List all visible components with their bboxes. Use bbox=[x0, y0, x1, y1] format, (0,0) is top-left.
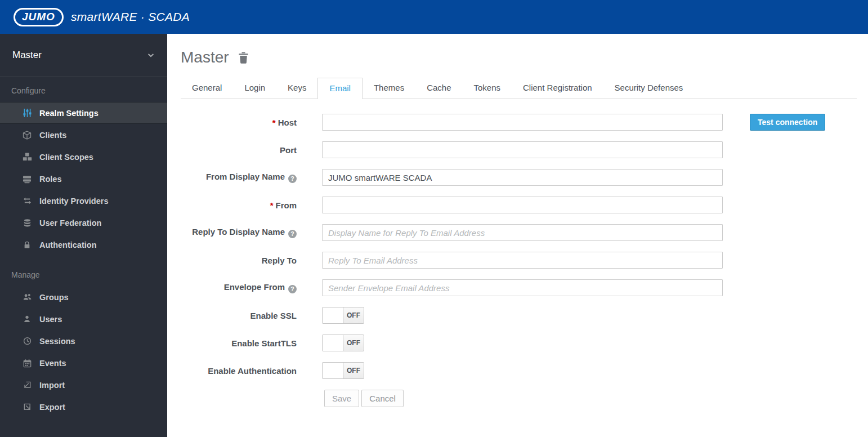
group-icon bbox=[21, 293, 33, 301]
host-label: *Host bbox=[181, 118, 297, 127]
form-row-host: *Host Test connection bbox=[167, 114, 868, 131]
toggle-handle bbox=[323, 335, 343, 351]
sidebar-item-label: Roles bbox=[39, 175, 62, 184]
list-icon bbox=[21, 175, 33, 184]
tab-security-defenses[interactable]: Security Defenses bbox=[603, 78, 695, 99]
sidebar-item-label: Sessions bbox=[39, 337, 75, 346]
help-icon[interactable]: ? bbox=[288, 230, 297, 238]
form-row-reply-to: Reply To bbox=[167, 252, 868, 269]
enable-ssl-toggle[interactable]: OFF bbox=[322, 307, 364, 324]
from-display-name-label: From Display Name? bbox=[181, 172, 297, 183]
tab-themes[interactable]: Themes bbox=[363, 78, 415, 99]
toggle-handle bbox=[323, 363, 343, 378]
from-input[interactable] bbox=[322, 197, 723, 213]
exchange-arrows-icon bbox=[21, 197, 33, 205]
tab-keys[interactable]: Keys bbox=[276, 78, 317, 99]
jumo-logo: JUMO bbox=[14, 8, 64, 26]
help-icon[interactable]: ? bbox=[288, 285, 297, 293]
sidebar-item-clients[interactable]: Clients bbox=[0, 124, 167, 146]
toggle-state-label: OFF bbox=[343, 335, 364, 351]
sidebar-item-groups[interactable]: Groups bbox=[0, 286, 167, 308]
chevron-down-icon bbox=[147, 51, 155, 59]
reply-to-label: Reply To bbox=[181, 256, 297, 265]
sidebar-item-label: Client Scopes bbox=[39, 153, 93, 162]
tab-login[interactable]: Login bbox=[233, 78, 276, 99]
tab-bar: General Login Keys Email Themes Cache To… bbox=[181, 78, 857, 99]
sidebar-item-label: Groups bbox=[39, 293, 69, 302]
envelope-from-input[interactable] bbox=[322, 279, 723, 296]
from-display-name-input[interactable] bbox=[322, 169, 723, 186]
page-title: Master bbox=[181, 48, 868, 66]
enable-authentication-toggle[interactable]: OFF bbox=[322, 362, 364, 379]
sidebar-item-client-scopes[interactable]: Client Scopes bbox=[0, 146, 167, 168]
cubes-icon bbox=[21, 152, 33, 162]
toggle-state-label: OFF bbox=[343, 307, 364, 323]
form-row-enable-ssl: Enable SSL OFF bbox=[167, 307, 868, 324]
sidebar-item-label: Identity Providers bbox=[39, 197, 108, 206]
sidebar-item-identity-providers[interactable]: Identity Providers bbox=[0, 190, 167, 212]
sidebar-item-label: Realm Settings bbox=[39, 109, 99, 118]
envelope-from-label: Envelope From? bbox=[181, 282, 297, 293]
sidebar-item-roles[interactable]: Roles bbox=[0, 168, 167, 190]
main-content: Master General Login Keys Email Themes C… bbox=[167, 34, 868, 437]
tab-cache[interactable]: Cache bbox=[415, 78, 462, 99]
form-row-reply-to-display-name: Reply To Display Name? bbox=[167, 224, 868, 241]
toggle-state-label: OFF bbox=[343, 363, 364, 378]
sidebar-item-label: User Federation bbox=[39, 218, 101, 228]
export-icon bbox=[21, 403, 33, 411]
realm-selector-label: Master bbox=[12, 50, 42, 61]
sliders-icon bbox=[21, 108, 33, 118]
sidebar-item-label: Clients bbox=[39, 131, 66, 140]
sidebar-section-configure: Configure bbox=[0, 77, 167, 102]
realm-title-text: Master bbox=[181, 48, 229, 66]
tab-tokens[interactable]: Tokens bbox=[463, 78, 512, 99]
cancel-button[interactable]: Cancel bbox=[361, 390, 404, 407]
form-row-port: Port bbox=[167, 141, 868, 158]
sidebar-item-realm-settings[interactable]: Realm Settings bbox=[0, 102, 167, 124]
sidebar-item-label: Events bbox=[39, 359, 66, 368]
email-settings-form: *Host Test connection Port From Display … bbox=[167, 114, 868, 407]
reply-to-display-name-input[interactable] bbox=[322, 224, 723, 241]
host-input[interactable] bbox=[322, 114, 723, 131]
sidebar-item-label: Authentication bbox=[39, 240, 97, 249]
sidebar-item-events[interactable]: Events bbox=[0, 352, 167, 374]
sidebar-item-user-federation[interactable]: User Federation bbox=[0, 212, 167, 234]
brand-logo[interactable]: JUMO smartWARE · SCADA bbox=[14, 8, 190, 26]
sidebar: Master Configure Realm Settings Clients … bbox=[0, 34, 167, 437]
enable-starttls-toggle[interactable]: OFF bbox=[322, 335, 364, 351]
tab-email[interactable]: Email bbox=[317, 78, 363, 99]
realm-selector[interactable]: Master bbox=[0, 34, 167, 77]
tab-client-registration[interactable]: Client Registration bbox=[512, 78, 603, 99]
database-icon bbox=[21, 218, 33, 228]
required-marker: * bbox=[270, 200, 274, 210]
lock-icon bbox=[21, 240, 33, 249]
enable-starttls-label: Enable StartTLS bbox=[181, 338, 297, 348]
sidebar-item-sessions[interactable]: Sessions bbox=[0, 330, 167, 352]
help-icon[interactable]: ? bbox=[288, 175, 297, 183]
app-header: JUMO smartWARE · SCADA bbox=[0, 0, 868, 34]
import-icon bbox=[21, 381, 33, 389]
port-input[interactable] bbox=[322, 141, 723, 158]
sidebar-item-authentication[interactable]: Authentication bbox=[0, 234, 167, 256]
calendar-icon bbox=[21, 359, 33, 368]
sidebar-item-export[interactable]: Export bbox=[0, 396, 167, 418]
form-row-envelope-from: Envelope From? bbox=[167, 279, 868, 296]
sidebar-item-label: Export bbox=[39, 403, 65, 412]
reply-to-input[interactable] bbox=[322, 252, 723, 269]
test-connection-button[interactable]: Test connection bbox=[750, 114, 825, 131]
product-name: smartWARE · SCADA bbox=[71, 10, 190, 24]
cube-icon bbox=[21, 131, 33, 140]
form-actions: Save Cancel bbox=[167, 390, 868, 407]
reply-to-display-name-label: Reply To Display Name? bbox=[181, 227, 297, 238]
sidebar-item-users[interactable]: Users bbox=[0, 308, 167, 330]
required-marker: * bbox=[272, 118, 276, 127]
form-row-enable-starttls: Enable StartTLS OFF bbox=[167, 335, 868, 351]
enable-ssl-label: Enable SSL bbox=[181, 311, 297, 320]
trash-icon[interactable] bbox=[238, 52, 249, 64]
port-label: Port bbox=[181, 145, 297, 155]
sidebar-item-import[interactable]: Import bbox=[0, 374, 167, 396]
save-button[interactable]: Save bbox=[324, 390, 359, 407]
sidebar-item-label: Users bbox=[39, 315, 62, 324]
sidebar-section-manage: Manage bbox=[0, 256, 167, 286]
tab-general[interactable]: General bbox=[181, 78, 233, 99]
